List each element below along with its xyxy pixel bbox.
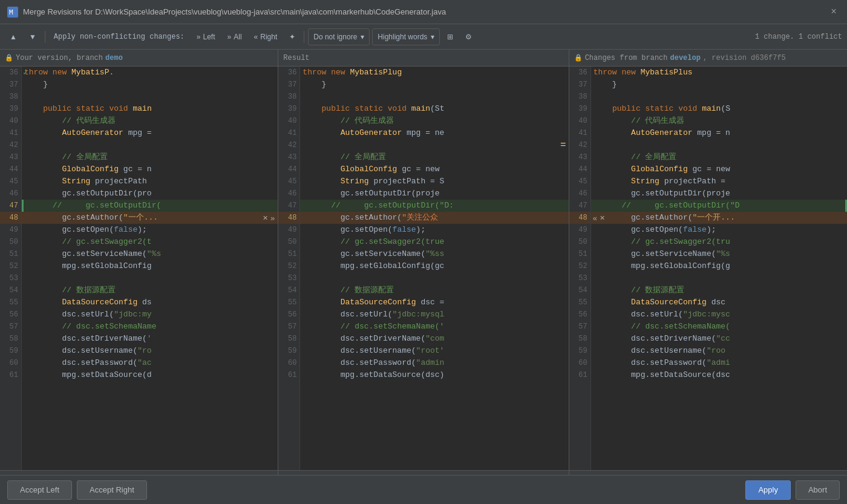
- left-panel: 🔒 Your version, branch demo 36 37 38 39 …: [0, 50, 278, 475]
- mid-line-49: gc.setOpen(false);: [300, 224, 568, 236]
- right-line-39: public static void main(S: [591, 103, 847, 115]
- mid-line-50: // gc.setSwagger2(true: [300, 236, 568, 248]
- navigate-up-button[interactable]: ▲: [5, 28, 22, 45]
- apply-left-button[interactable]: » Left: [192, 28, 220, 45]
- accept-left-conflict-button[interactable]: »: [270, 214, 275, 223]
- left-line-36: throw new MybatisP.: [22, 67, 278, 79]
- settings-button[interactable]: ⚙: [460, 28, 477, 45]
- left-line-56: dsc.setUrl("jdbc:my: [22, 309, 278, 321]
- left-line-57: // dsc.setSchemaName: [22, 321, 278, 333]
- right-line-47: // gc.setOutputDir("D: [591, 200, 847, 212]
- right-panel-header: 🔒 Changes from branch develop , revision…: [569, 50, 847, 67]
- middle-scrollbar[interactable]: [278, 470, 568, 475]
- right-line-41: AutoGenerator mpg = n: [591, 127, 847, 139]
- right-line-58: dsc.setDriverName("cc: [591, 333, 847, 345]
- right-line-40: // 代码生成器: [591, 115, 847, 127]
- right-line-numbers: 36 37 38 39 40 41 42 43 44 45 46 47 48 4…: [569, 67, 591, 470]
- middle-panel-content: 36 37 38 39 40 41 42 43 44 45 46 47 48 4…: [278, 67, 568, 470]
- accept-left-button[interactable]: Accept Left: [7, 480, 72, 500]
- left-lock-icon: 🔒: [5, 54, 13, 62]
- mid-line-38: [300, 91, 568, 103]
- navigate-down-button[interactable]: ▼: [24, 28, 41, 45]
- mid-line-56: dsc.setUrl("jdbc:mysql: [300, 309, 568, 321]
- reject-left-conflict-button[interactable]: ✕: [262, 214, 269, 222]
- right-line-43: // 全局配置: [591, 151, 847, 163]
- left-panel-content: 36 37 38 39 40 41 42 43 44 45 46 47 48 4…: [0, 67, 278, 470]
- right-scrollbar[interactable]: [569, 470, 847, 475]
- apply-all-button[interactable]: » All: [223, 28, 247, 45]
- magic-button[interactable]: ✦: [284, 28, 300, 45]
- dropdown-arrow-icon: ▾: [361, 33, 364, 41]
- middle-panel-header: Result: [278, 50, 568, 67]
- mid-line-52: mpg.setGlobalConfig(gc: [300, 260, 568, 272]
- accept-right-button[interactable]: Accept Right: [77, 480, 147, 500]
- left-scrollbar[interactable]: [0, 470, 278, 475]
- mid-line-47: // gc.setOutputDir("D:: [300, 200, 568, 212]
- up-arrow-icon: ▲: [10, 33, 17, 41]
- right-line-54: // 数据源配置: [591, 284, 847, 296]
- left-line-41: AutoGenerator mpg =: [22, 127, 278, 139]
- middle-line-numbers: 36 37 38 39 40 41 42 43 44 45 46 47 48 4…: [278, 67, 300, 470]
- apply-button[interactable]: Apply: [745, 480, 791, 500]
- right-line-36: throw new MybatisPlus: [591, 67, 847, 79]
- mid-line-43: // 全局配置: [300, 151, 568, 163]
- apply-right-button[interactable]: « Right: [249, 28, 283, 45]
- mid-line-45: String projectPath = S: [300, 175, 568, 188]
- left-line-47: // gc.setOutputDir(: [22, 200, 278, 212]
- left-branch-name: demo: [105, 54, 123, 62]
- right-label: Right: [260, 33, 277, 41]
- right-lock-icon: 🔒: [574, 54, 583, 62]
- close-button[interactable]: ×: [828, 6, 840, 18]
- apply-non-conflicting-label: Apply non-conflicting changes:: [49, 28, 189, 45]
- left-line-46: gc.setOutputDir(pro: [22, 188, 278, 200]
- double-arrow-right-icon: «: [254, 33, 258, 41]
- mid-line-42: =: [300, 139, 568, 151]
- abort-button[interactable]: Abort: [796, 480, 840, 500]
- diff-container: 🔒 Your version, branch demo 36 37 38 39 …: [0, 50, 847, 475]
- toolbar: ▲ ▼ Apply non-conflicting changes: » Lef…: [0, 24, 847, 50]
- gear-icon: ⚙: [465, 33, 472, 41]
- middle-code-area: throw new MybatisPlug } public static vo…: [300, 67, 568, 470]
- double-arrow-all-icon: »: [227, 33, 232, 41]
- columns-button[interactable]: ⊞: [442, 28, 458, 45]
- right-line-56: dsc.setUrl("jdbc:mysc: [591, 309, 847, 321]
- left-line-61: mpg.setDataSource(d: [22, 369, 278, 381]
- down-arrow-icon: ▼: [29, 33, 36, 41]
- right-line-53: [591, 272, 847, 284]
- left-change-marker: [22, 200, 24, 212]
- accept-right-conflict-button[interactable]: «: [592, 214, 598, 223]
- middle-panel-label: Result: [283, 54, 309, 62]
- svg-text:M: M: [9, 8, 13, 16]
- separator-2: [304, 31, 304, 43]
- left-panel-label: Your version, branch: [16, 54, 103, 62]
- mid-line-53: [300, 272, 568, 284]
- ignore-dropdown[interactable]: Do not ignore ▾: [308, 28, 370, 45]
- left-line-59: dsc.setUsername("ro: [22, 345, 278, 357]
- mid-line-41: AutoGenerator mpg = ne: [300, 127, 568, 139]
- reject-right-conflict-button[interactable]: ✕: [599, 214, 606, 222]
- highlight-dropdown[interactable]: Highlight words ▾: [372, 28, 440, 45]
- mid-line-46: gc.setOutputDir(proje: [300, 188, 568, 200]
- highlight-label: Highlight words: [378, 33, 427, 41]
- left-line-38: [22, 91, 278, 103]
- right-panel-content: 36 37 38 39 40 41 42 43 44 45 46 47 48 4…: [569, 67, 847, 470]
- left-line-49: gc.setOpen(false);: [22, 224, 278, 236]
- right-line-38: [591, 91, 847, 103]
- right-line-50: // gc.setSwagger2(tru: [591, 236, 847, 248]
- double-arrow-left-icon: »: [197, 33, 201, 41]
- right-line-60: dsc.setPassword("admi: [591, 357, 847, 369]
- right-line-61: mpg.setDataSource(dsc: [591, 369, 847, 381]
- left-line-53: [22, 272, 278, 284]
- app-icon: M: [7, 7, 18, 18]
- right-line-46: gc.setOutputDir(proje: [591, 188, 847, 200]
- mid-line-55: DataSourceConfig dsc =: [300, 296, 568, 309]
- title-bar: M Merge Revisions for D:\WorkSpace\IdeaP…: [0, 0, 847, 24]
- left-line-60: dsc.setPassword("ac: [22, 357, 278, 369]
- mid-line-36: throw new MybatisPlug: [300, 67, 568, 79]
- title-text: Merge Revisions for D:\WorkSpace\IdeaPro…: [23, 7, 828, 16]
- highlight-arrow-icon: ▾: [431, 33, 434, 41]
- right-revision: , revision d636f7f5: [703, 54, 786, 62]
- right-line-49: gc.setOpen(false);: [591, 224, 847, 236]
- right-line-55: DataSourceConfig dsc: [591, 296, 847, 309]
- middle-panel: Result 36 37 38 39 40 41 42 43 44 45 46 …: [278, 50, 569, 475]
